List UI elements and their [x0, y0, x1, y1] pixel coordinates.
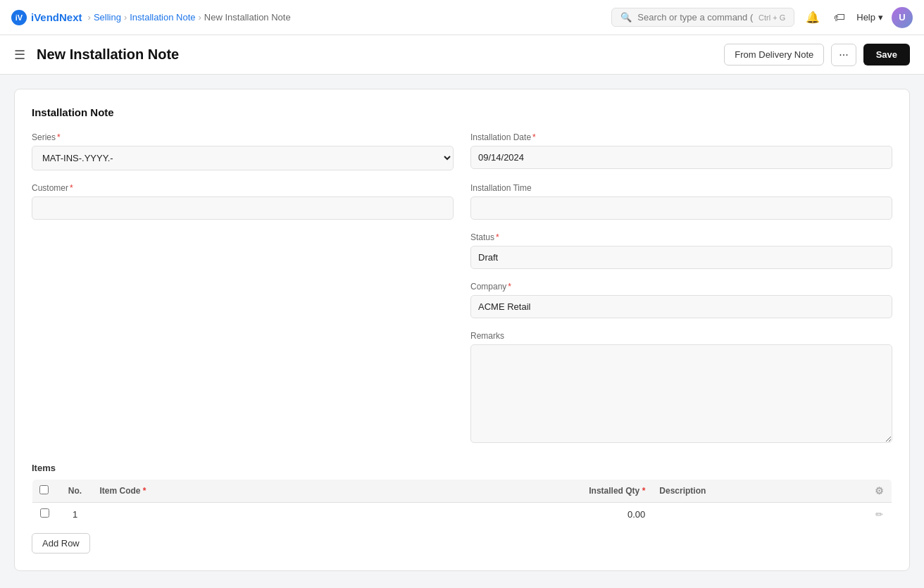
- form-row-3: Status*: [32, 232, 892, 269]
- table-header-no: No.: [58, 480, 93, 503]
- edit-icon[interactable]: ✏: [875, 509, 883, 520]
- remarks-textarea[interactable]: [470, 344, 892, 443]
- add-row-button[interactable]: Add Row: [32, 533, 90, 553]
- search-input[interactable]: [637, 12, 753, 23]
- installation-date-group: Installation Date*: [470, 132, 892, 170]
- items-table: No. Item Code * Installed Qty * Descript…: [32, 479, 892, 526]
- form-row-2: Customer* Installation Time: [32, 183, 892, 220]
- breadcrumb-sep-1: ›: [124, 12, 127, 23]
- series-label: Series*: [32, 132, 454, 142]
- menu-icon[interactable]: ☰: [14, 47, 25, 63]
- breadcrumb: › Selling › Installation Note › New Inst…: [88, 12, 291, 23]
- status-required: *: [496, 232, 499, 242]
- row-check-cell: [32, 503, 58, 526]
- customer-input[interactable]: [32, 196, 454, 220]
- installation-date-input[interactable]: [470, 146, 892, 169]
- more-options-button[interactable]: ···: [831, 44, 856, 66]
- breadcrumb-selling[interactable]: Selling: [94, 12, 121, 23]
- remarks-group: Remarks: [470, 331, 892, 443]
- installation-time-input[interactable]: [470, 196, 892, 220]
- series-required: *: [57, 132, 61, 142]
- placeholder-group-2: [32, 282, 454, 318]
- form-card: Installation Note Series* MAT-INS-.YYYY.…: [14, 89, 910, 571]
- breadcrumb-sep-0: ›: [88, 12, 91, 23]
- main-content: Installation Note Series* MAT-INS-.YYYY.…: [0, 75, 924, 585]
- top-navigation: iV iVendNext › Selling › Installation No…: [0, 0, 924, 35]
- app-logo[interactable]: iV iVendNext: [11, 10, 82, 25]
- form-row-1: Series* MAT-INS-.YYYY.- Installation Dat…: [32, 132, 892, 170]
- table-body: 1 0.00 ✏: [32, 503, 892, 526]
- installation-time-group: Installation Time: [470, 183, 892, 220]
- installed-qty-required: *: [639, 486, 645, 496]
- company-input[interactable]: [470, 295, 892, 318]
- page-header-actions: From Delivery Note ··· Save: [724, 44, 910, 66]
- topnav-right: 🔍 Ctrl + G 🔔 🏷 Help ▾ U: [611, 7, 913, 28]
- page-title: New Installation Note: [37, 46, 179, 63]
- customer-label: Customer*: [32, 183, 454, 193]
- form-row-5: Remarks: [32, 331, 892, 443]
- placeholder-group: [32, 232, 454, 269]
- customer-required: *: [70, 183, 73, 193]
- section-title: Installation Note: [32, 106, 892, 118]
- select-all-checkbox[interactable]: [39, 485, 49, 494]
- series-group: Series* MAT-INS-.YYYY.-: [32, 132, 454, 170]
- notifications-button[interactable]: 🔔: [803, 8, 823, 27]
- item-code-required: *: [141, 486, 146, 496]
- logo-icon: iV: [11, 10, 27, 25]
- company-label: Company*: [470, 282, 892, 292]
- table-header-installed-qty: Installed Qty *: [561, 480, 652, 503]
- help-button[interactable]: Help ▾: [856, 12, 883, 23]
- save-button[interactable]: Save: [863, 44, 910, 65]
- company-group: Company*: [470, 282, 892, 318]
- table-header-gear: ⚙: [867, 480, 892, 503]
- installation-date-label: Installation Date*: [470, 132, 892, 142]
- tags-button[interactable]: 🏷: [831, 8, 848, 27]
- status-input[interactable]: [470, 246, 892, 269]
- page-header: ☰ New Installation Note From Delivery No…: [0, 35, 924, 75]
- row-item-code-cell[interactable]: [93, 503, 561, 526]
- form-row-4: Company*: [32, 282, 892, 318]
- gear-icon[interactable]: ⚙: [875, 485, 884, 496]
- help-label: Help: [856, 12, 875, 23]
- search-icon: 🔍: [620, 12, 632, 23]
- breadcrumb-installation-note[interactable]: Installation Note: [130, 12, 195, 23]
- row-installed-qty-cell: 0.00: [561, 503, 652, 526]
- placeholder-group-3: [32, 331, 454, 443]
- from-delivery-note-button[interactable]: From Delivery Note: [724, 44, 824, 65]
- installation-date-required: *: [532, 132, 536, 142]
- table-row: 1 0.00 ✏: [32, 503, 892, 526]
- row-description-cell[interactable]: [652, 503, 866, 526]
- help-chevron-icon: ▾: [878, 12, 883, 23]
- table-header-check: [32, 480, 58, 503]
- search-box[interactable]: 🔍 Ctrl + G: [611, 8, 794, 27]
- row-checkbox[interactable]: [40, 508, 49, 518]
- items-section: Items No. Item Code * Installed Qty *: [32, 463, 892, 553]
- search-shortcut: Ctrl + G: [758, 13, 785, 22]
- series-select[interactable]: MAT-INS-.YYYY.-: [32, 146, 454, 170]
- company-required: *: [508, 282, 511, 292]
- installation-time-label: Installation Time: [470, 183, 892, 193]
- status-label: Status*: [470, 232, 892, 242]
- row-number-cell: 1: [58, 503, 93, 526]
- table-header-description: Description: [652, 480, 866, 503]
- row-edit-cell[interactable]: ✏: [867, 503, 892, 526]
- status-group: Status*: [470, 232, 892, 269]
- customer-group: Customer*: [32, 183, 454, 220]
- table-header-item-code: Item Code *: [93, 480, 561, 503]
- breadcrumb-current: New Installation Note: [204, 12, 291, 23]
- avatar[interactable]: U: [892, 7, 913, 28]
- app-name: iVendNext: [31, 11, 82, 23]
- table-header-row: No. Item Code * Installed Qty * Descript…: [32, 480, 892, 503]
- breadcrumb-sep-2: ›: [198, 12, 201, 23]
- remarks-label: Remarks: [470, 331, 892, 341]
- items-label: Items: [32, 463, 892, 473]
- row-item-code-input[interactable]: [100, 509, 554, 520]
